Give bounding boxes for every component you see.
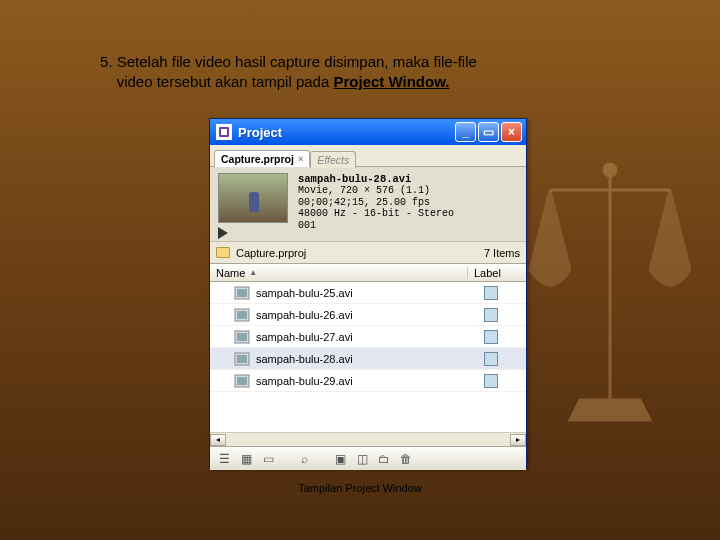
folder-icon xyxy=(216,247,230,258)
panel-tabs: Capture.prproj × Effects xyxy=(210,145,526,167)
list-item[interactable]: sampah-bulu-28.avi xyxy=(210,348,526,370)
sort-arrow-icon: ▲ xyxy=(249,268,257,277)
list-item[interactable]: sampah-bulu-29.avi xyxy=(210,370,526,392)
scales-icon xyxy=(510,140,710,440)
video-file-icon xyxy=(234,286,250,300)
label-swatch[interactable] xyxy=(484,374,498,388)
project-window-emphasis: Project Window. xyxy=(333,73,449,90)
minimize-button[interactable]: _ xyxy=(455,122,476,142)
tab-effects[interactable]: Effects xyxy=(310,151,356,168)
list-item[interactable]: sampah-bulu-25.avi xyxy=(210,282,526,304)
clip-metadata: sampah-bulu-28.avi Movie, 720 × 576 (1.1… xyxy=(292,173,454,235)
clip-filename: sampah-bulu-28.avi xyxy=(298,173,454,185)
new-item-icon[interactable]: ◫ xyxy=(354,451,370,467)
svg-rect-8 xyxy=(237,311,247,319)
auto-to-seq-icon[interactable]: ▭ xyxy=(260,451,276,467)
svg-rect-10 xyxy=(237,333,247,341)
app-icon xyxy=(216,124,232,140)
project-filename: Capture.prproj xyxy=(236,247,306,259)
label-swatch[interactable] xyxy=(484,352,498,366)
list-item[interactable]: sampah-bulu-26.avi xyxy=(210,304,526,326)
scales-watermark xyxy=(510,140,710,440)
scroll-right-button[interactable]: ▸ xyxy=(510,434,526,446)
delete-icon[interactable]: 🗑 xyxy=(398,451,414,467)
svg-rect-14 xyxy=(237,377,247,385)
svg-point-2 xyxy=(604,164,616,176)
label-swatch[interactable] xyxy=(484,308,498,322)
label-swatch[interactable] xyxy=(484,330,498,344)
column-name[interactable]: Name ▲ xyxy=(210,267,468,279)
breadcrumb: Capture.prproj 7 Items xyxy=(210,242,526,264)
svg-rect-6 xyxy=(237,289,247,297)
file-list: sampah-bulu-25.avi sampah-bulu-26.avi sa… xyxy=(210,282,526,432)
svg-rect-4 xyxy=(221,129,227,135)
video-file-icon xyxy=(234,308,250,322)
step-number: 5. xyxy=(100,53,117,70)
video-file-icon xyxy=(234,330,250,344)
scroll-left-button[interactable]: ◂ xyxy=(210,434,226,446)
column-label[interactable]: Label xyxy=(468,267,526,279)
play-icon[interactable] xyxy=(218,227,228,239)
titlebar[interactable]: Project _ ▭ × xyxy=(210,119,526,145)
clip-thumbnail[interactable] xyxy=(218,173,288,223)
list-view-icon[interactable]: ☰ xyxy=(216,451,232,467)
list-header: Name ▲ Label xyxy=(210,264,526,282)
maximize-button[interactable]: ▭ xyxy=(478,122,499,142)
label-swatch[interactable] xyxy=(484,286,498,300)
figure-caption: Tampilan Project Window xyxy=(0,482,720,494)
find-icon[interactable]: ⌕ xyxy=(296,451,312,467)
horizontal-scrollbar[interactable]: ◂ ▸ xyxy=(210,432,526,446)
icon-view-icon[interactable]: ▦ xyxy=(238,451,254,467)
new-bin-icon[interactable]: ▣ xyxy=(332,451,348,467)
bottom-toolbar: ☰ ▦ ▭ ⌕ ▣ ◫ 🗀 🗑 xyxy=(210,446,526,470)
video-file-icon xyxy=(234,374,250,388)
project-window: Project _ ▭ × Capture.prproj × Effects s… xyxy=(209,118,527,468)
svg-rect-12 xyxy=(237,355,247,363)
close-button[interactable]: × xyxy=(501,122,522,142)
tab-close-icon[interactable]: × xyxy=(298,154,303,164)
video-file-icon xyxy=(234,352,250,366)
window-title: Project xyxy=(238,125,455,140)
tab-capture[interactable]: Capture.prproj × xyxy=(214,150,310,167)
items-count: 7 Items xyxy=(484,247,520,259)
list-item[interactable]: sampah-bulu-27.avi xyxy=(210,326,526,348)
clip-preview: sampah-bulu-28.avi Movie, 720 × 576 (1.1… xyxy=(210,167,526,242)
new-folder-icon[interactable]: 🗀 xyxy=(376,451,392,467)
instruction-text: 5. Setelah file video hasil capture disi… xyxy=(100,52,590,93)
